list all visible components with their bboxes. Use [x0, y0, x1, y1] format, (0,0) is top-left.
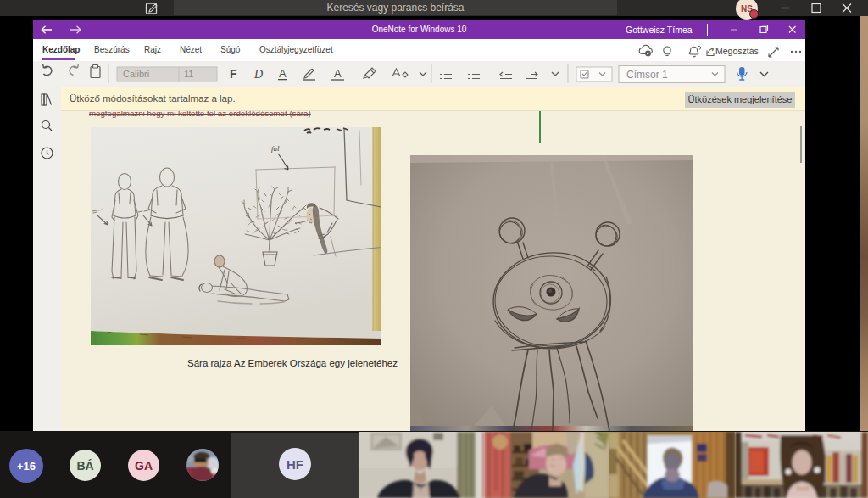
svg-text:F: F: [230, 67, 237, 81]
svg-text:D: D: [253, 68, 263, 81]
svg-text:Calibri: Calibri: [123, 69, 149, 79]
svg-text:11: 11: [184, 69, 193, 79]
svg-text:fal: fal: [271, 144, 280, 153]
svg-text:A: A: [334, 67, 342, 80]
svg-text:A: A: [279, 67, 287, 80]
svg-text:Megosztás: Megosztás: [715, 46, 759, 56]
svg-text:Címsor 1: Címsor 1: [626, 69, 668, 81]
